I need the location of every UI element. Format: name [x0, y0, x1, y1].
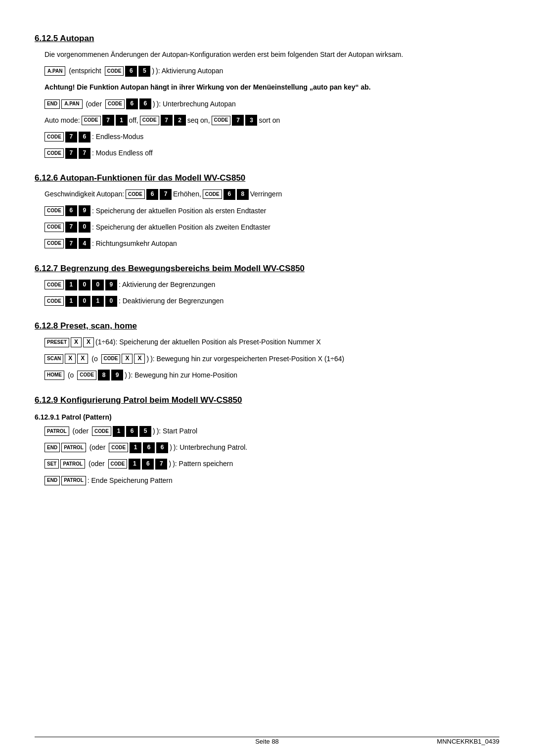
apan-key: A.PAN [44, 66, 65, 76]
x-key-4: X [77, 354, 88, 364]
num-7-key-3: 7 [232, 115, 244, 126]
section-6125: 6.12.5 Autopan Die vorgenommenen Änderun… [35, 34, 499, 159]
num-1-key-2: 1 [65, 280, 77, 290]
section-6126: 6.12.6 Autopan-Funktionen für das Modell… [35, 173, 499, 250]
num-7-key-8: 7 [65, 222, 77, 233]
line-scan: SCAN X X (o CODE X X ) ): Bewegung hin z… [44, 353, 499, 365]
line-begrenzung-off: CODE 1 0 1 0 : Deaktivierung der Begrenz… [44, 295, 499, 307]
code-key-7: CODE [44, 148, 64, 158]
heading-6129: 6.12.9 Konfigurierung Patrol beim Modell… [35, 395, 499, 405]
num-7-key-2: 7 [161, 115, 173, 126]
line-endless-on: CODE 7 6 : Endless-Modus [44, 131, 499, 143]
num-7-key-9: 7 [65, 238, 77, 249]
patrol-key-4: PATROL [61, 476, 86, 485]
num-6-key-8: 6 [126, 426, 138, 437]
heading-6127: 6.12.7 Begrenzung des Bewegungsbereichs … [35, 264, 499, 274]
num-0-key-1: 0 [79, 222, 90, 233]
num-6-key-10: 6 [156, 442, 168, 453]
code-key-13: CODE [44, 280, 64, 289]
doc-number: MNNCEKRKB1_0439 [437, 738, 499, 745]
page-number: Seite 88 [255, 738, 279, 745]
code-key-11: CODE [44, 223, 64, 232]
apan-key-2: A.PAN [61, 99, 82, 109]
num-7-key-4: 7 [65, 132, 77, 142]
num-1-key-4: 1 [92, 296, 104, 307]
x-key-5: X [122, 354, 133, 364]
num-6-key-5: 6 [146, 189, 158, 200]
num-8-key-1: 8 [237, 189, 249, 200]
end-key-2: END [44, 443, 60, 452]
line-preset: PRESET X X (1÷64): Speicherung der aktue… [44, 336, 499, 348]
code-key-9: CODE [203, 189, 222, 199]
code-key-15: CODE [101, 354, 121, 364]
num-8-key-2: 8 [98, 370, 110, 380]
set-key: SET [44, 459, 59, 469]
num-9-key-1: 9 [79, 205, 90, 216]
num-4-key-1: 4 [79, 238, 90, 249]
num-6-key-1: 6 [125, 66, 137, 77]
num-7-key-6: 7 [79, 148, 90, 159]
num-5-key-1: 5 [138, 66, 150, 77]
x-key-6: X [134, 354, 145, 364]
warning-line: Achtung! Die Funktion Autopan hängt in i… [44, 81, 499, 94]
section-6127: 6.12.7 Begrenzung des Bewegungsbereichs … [35, 264, 499, 307]
line-richtungsumkehr: CODE 7 4 : Richtungsumkehr Autopan [44, 237, 499, 250]
line-auto-mode: Auto mode: CODE 7 1 off, CODE 7 2 seq on… [44, 114, 499, 127]
num-7-key-1: 7 [102, 115, 114, 126]
patrol-key-1: PATROL [44, 426, 69, 436]
num-2-key-1: 2 [174, 115, 186, 126]
num-0-key-4: 0 [79, 296, 90, 307]
line-home: HOME (o CODE 8 9 ) ): Bewegung hin zur H… [44, 369, 499, 381]
x-key-1: X [71, 337, 82, 347]
code-key-2: CODE [105, 99, 125, 109]
subheading-6129-1: 6.12.9.1 Patrol (Pattern) [35, 413, 499, 421]
code-key-12: CODE [44, 239, 64, 248]
end-key-1: END [44, 99, 60, 109]
heading-6125: 6.12.5 Autopan [35, 34, 499, 44]
code-key-1: CODE [105, 66, 124, 76]
desc-6125: Die vorgenommenen Änderungen der Autopan… [44, 48, 499, 61]
num-7-key-5: 7 [65, 148, 77, 159]
num-1-key-6: 1 [130, 442, 141, 453]
num-5-key-2: 5 [139, 426, 151, 437]
line-apan-unterbrechung: END A.PAN (oder CODE 6 6 ) ): Unterbrech… [44, 98, 499, 110]
line-endtaster-1: CODE 6 9 : Speicherung der aktuellen Pos… [44, 205, 499, 217]
code-key-4: CODE [140, 116, 159, 125]
section-6129: 6.12.9 Konfigurierung Patrol beim Modell… [35, 395, 499, 487]
num-6-key-7: 6 [65, 205, 77, 216]
num-6-key-4: 6 [79, 132, 90, 142]
num-3-key-1: 3 [245, 115, 257, 126]
code-key-5: CODE [212, 116, 231, 125]
code-key-18: CODE [109, 443, 128, 452]
num-7-key-7: 7 [160, 189, 172, 200]
heading-6128: 6.12.8 Preset, scan, home [35, 321, 499, 331]
code-key-16: CODE [77, 371, 96, 380]
num-7-key-10: 7 [155, 459, 167, 470]
code-key-14: CODE [44, 296, 64, 306]
line-patrol-save: SET PATROL (oder CODE 1 6 7 ) ): Pattern… [44, 458, 499, 470]
patrol-key-3: PATROL [60, 459, 85, 469]
num-0-key-3: 0 [92, 280, 104, 290]
num-9-key-3: 9 [111, 370, 123, 380]
num-0-key-5: 0 [105, 296, 117, 307]
line-patrol-stop: END PATROL (oder CODE 1 6 6 ) ): Unterbr… [44, 441, 499, 454]
x-key-3: X [65, 354, 76, 364]
line-endless-off: CODE 7 7 : Modus Endless off [44, 147, 499, 159]
scan-key: SCAN [44, 354, 63, 364]
patrol-key-2: PATROL [61, 443, 86, 452]
x-key-2: X [83, 337, 94, 347]
num-6-key-6: 6 [223, 189, 235, 200]
num-0-key-2: 0 [79, 280, 90, 290]
code-key-6: CODE [44, 132, 64, 142]
home-key: HOME [44, 371, 64, 380]
code-key-17: CODE [92, 426, 111, 436]
num-6-key-11: 6 [142, 459, 154, 470]
code-key-3: CODE [82, 116, 101, 125]
section-6128: 6.12.8 Preset, scan, home PRESET X X (1÷… [35, 321, 499, 381]
num-6-key-3: 6 [139, 98, 151, 109]
line-geschwindigkeit: Geschwindigkeit Autopan: CODE 6 7 Erhöhe… [44, 188, 499, 200]
line-patrol-start: PATROL (oder CODE 1 6 5 ) ): Start Patro… [44, 425, 499, 437]
num-9-key-2: 9 [105, 280, 117, 290]
line-endtaster-2: CODE 7 0 : Speicherung der aktuellen Pos… [44, 221, 499, 234]
page-footer: Seite 88 MNNCEKRKB1_0439 [35, 737, 499, 741]
